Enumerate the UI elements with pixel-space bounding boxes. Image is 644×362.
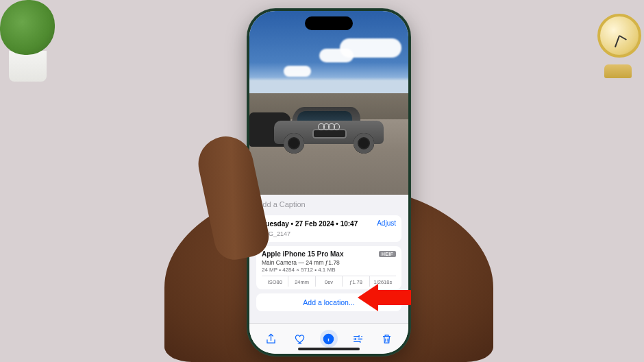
exif-iso: ISO80 (262, 276, 288, 287)
exif-ev: 0ev (316, 276, 343, 287)
share-button[interactable] (263, 331, 278, 346)
camera-info-card: Apple iPhone 15 Pro Max HEIF Main Camera… (256, 246, 401, 289)
adjust-button[interactable]: Adjust (377, 219, 396, 227)
info-button[interactable] (321, 331, 336, 346)
edit-button[interactable] (350, 331, 365, 346)
svg-point-0 (324, 334, 334, 343)
sliders-icon (351, 333, 364, 346)
delete-button[interactable] (380, 331, 395, 346)
share-icon (264, 333, 277, 346)
desk-plant (0, 0, 55, 89)
photo-filename: IMG_2147 (262, 230, 358, 238)
info-icon (322, 333, 335, 346)
datetime-card: Tuesday • 27 Feb 2024 • 10:47 IMG_2147 A… (256, 215, 401, 242)
desk-clock (597, 14, 639, 82)
favorite-button[interactable] (293, 331, 308, 346)
camera-line: Main Camera — 24 mm ƒ1.78 (262, 259, 396, 266)
caption-field[interactable]: Add a Caption (256, 195, 401, 211)
spec-line: 24 MP • 4284 × 5712 • 4.1 MB (262, 267, 396, 273)
device-model: Apple iPhone 15 Pro Max (262, 250, 343, 258)
exif-focal: 24mm (288, 276, 315, 287)
add-location-link[interactable]: Add a location... (303, 298, 354, 306)
photo-preview[interactable] (249, 11, 408, 195)
home-indicator[interactable] (298, 348, 360, 350)
dynamic-island (305, 16, 353, 30)
trash-icon (380, 333, 393, 346)
annotation-arrow (358, 284, 411, 311)
photo-subject-car (274, 107, 384, 156)
format-badge: HEIF (379, 251, 396, 257)
photo-datetime: Tuesday • 27 Feb 2024 • 10:47 (262, 219, 358, 229)
heart-icon (293, 333, 306, 346)
